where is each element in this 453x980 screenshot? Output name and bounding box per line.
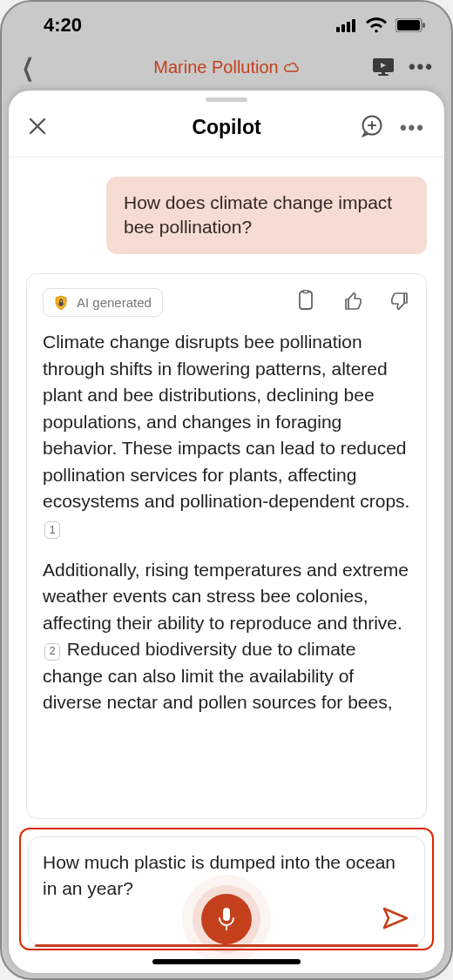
ai-action-row — [297, 290, 410, 315]
cellular-icon — [336, 18, 357, 32]
sheet-title: Copilot — [192, 116, 260, 139]
svg-rect-1 — [341, 24, 345, 32]
close-icon — [28, 117, 47, 136]
svg-rect-0 — [336, 27, 340, 32]
svg-rect-15 — [223, 908, 230, 921]
svg-rect-12 — [59, 302, 64, 306]
svg-rect-13 — [300, 292, 312, 309]
ai-meta-row: AI generated — [43, 288, 410, 318]
svg-rect-2 — [347, 22, 350, 32]
ai-paragraph: Additionally, rising temperatures and ex… — [43, 557, 410, 716]
battery-icon — [396, 18, 425, 32]
send-icon — [382, 907, 409, 930]
thumbs-down-icon — [389, 291, 410, 312]
document-title-text: Marine Pollution — [153, 57, 278, 77]
more-icon: ••• — [400, 117, 425, 138]
status-bar: 4:20 — [2, 2, 451, 49]
ai-generated-badge[interactable]: AI generated — [43, 288, 163, 318]
citation-badge[interactable]: 1 — [44, 521, 60, 539]
status-indicators — [336, 17, 425, 33]
chat-plus-icon — [360, 114, 384, 138]
copilot-sheet: Copilot ••• How does climate change impa… — [9, 91, 444, 973]
thumbs-up-icon — [342, 291, 363, 312]
document-title: Marine Pollution — [153, 57, 299, 77]
new-chat-button[interactable] — [360, 114, 384, 141]
svg-rect-14 — [303, 291, 308, 293]
cloud-icon — [284, 61, 300, 73]
send-button[interactable] — [382, 907, 409, 932]
ai-text: Additionally, rising temperatures and ex… — [43, 560, 409, 633]
thumbs-down-button[interactable] — [389, 291, 410, 314]
home-indicator[interactable] — [152, 959, 301, 964]
input-accent-underline — [35, 944, 418, 947]
device-frame: 4:20 ❮ Marine Pollution ••• — [0, 0, 453, 980]
more-button[interactable]: ••• — [400, 117, 425, 139]
ai-badge-label: AI generated — [77, 293, 152, 312]
background-app-header: ❮ Marine Pollution ••• — [2, 49, 451, 85]
microphone-button[interactable] — [201, 894, 252, 944]
citation-badge[interactable]: 2 — [44, 643, 60, 661]
shield-icon — [54, 295, 68, 311]
status-time: 4:20 — [44, 14, 82, 37]
ai-response-body: Climate change disrupts bee pollination … — [43, 329, 410, 731]
svg-rect-6 — [423, 23, 425, 28]
more-icon: ••• — [409, 56, 434, 78]
microphone-icon — [217, 907, 236, 931]
present-icon — [372, 57, 395, 77]
svg-rect-9 — [382, 72, 385, 74]
copy-icon — [297, 290, 316, 312]
ai-text: Reduced biodiversity due to climate chan… — [43, 639, 393, 712]
close-button[interactable] — [28, 117, 47, 138]
message-input[interactable]: How much plastic is dumped into the ocea… — [28, 836, 425, 945]
wifi-icon — [366, 17, 387, 33]
back-chevron-icon: ❮ — [22, 53, 34, 82]
input-highlight-frame: How much plastic is dumped into the ocea… — [19, 828, 434, 950]
svg-rect-3 — [352, 19, 355, 32]
ai-paragraph: Climate change disrupts bee pollination … — [43, 329, 410, 541]
message-input-text: How much plastic is dumped into the ocea… — [43, 852, 396, 897]
copy-button[interactable] — [297, 290, 316, 315]
chat-area: How does climate change impact bee polli… — [9, 158, 444, 819]
svg-rect-5 — [397, 20, 420, 30]
ai-text: Climate change disrupts bee pollination … — [43, 332, 409, 511]
thumbs-up-button[interactable] — [342, 291, 363, 314]
svg-rect-10 — [378, 74, 389, 76]
user-message-bubble: How does climate change impact bee polli… — [106, 177, 427, 254]
ai-response-card: AI generated Cli — [26, 273, 427, 820]
sheet-header: Copilot ••• — [9, 102, 444, 158]
